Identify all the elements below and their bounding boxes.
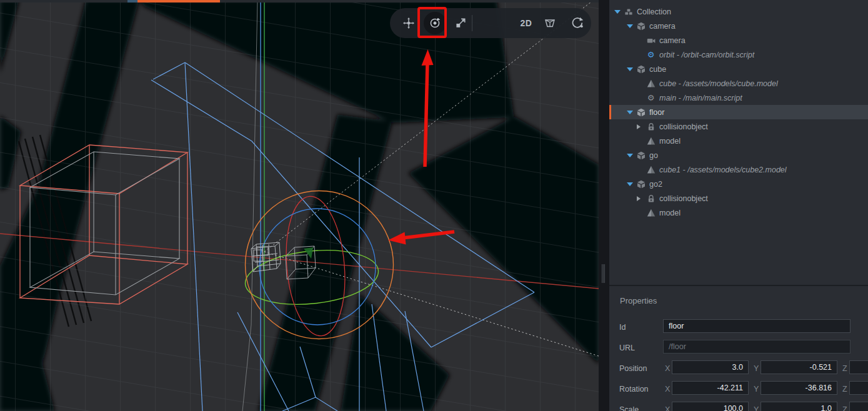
outline-row-camera-component[interactable]: camera bbox=[609, 33, 868, 47]
game-object-icon bbox=[636, 151, 646, 160]
outline-row-label: model bbox=[659, 137, 681, 146]
expander-down-icon[interactable] bbox=[627, 182, 636, 186]
rotation-label: Rotation bbox=[619, 385, 649, 394]
viewport-grid bbox=[0, 0, 599, 411]
viewport-tab-strip bbox=[0, 0, 599, 2]
outline-row-label: cube bbox=[649, 65, 666, 74]
url-input[interactable]: /floor bbox=[663, 340, 851, 354]
outline-row-model[interactable]: model bbox=[609, 134, 868, 148]
tab-indicator-orange bbox=[137, 0, 220, 2]
outline-panel: Collection camera camera ⚙ orbit - /or bbox=[609, 0, 868, 285]
expander-down-icon[interactable] bbox=[627, 111, 636, 114]
scale-icon bbox=[454, 16, 467, 30]
outline-row-label: Collection bbox=[637, 7, 671, 16]
url-label: URL bbox=[619, 344, 635, 352]
outline-row-label: go bbox=[649, 151, 658, 160]
outline-row-floor-selected[interactable]: floor bbox=[609, 105, 868, 119]
id-label: Id bbox=[619, 323, 626, 332]
position-label: Position bbox=[619, 364, 647, 373]
outline-row-label: cube1 - /assets/models/cube2.model bbox=[659, 166, 787, 174]
position-y-axis-label: Y bbox=[754, 364, 759, 373]
outline-row-label: model bbox=[659, 209, 681, 217]
outline-row-label: camera bbox=[659, 36, 686, 45]
scale-x-input[interactable]: 100.0 bbox=[672, 402, 749, 411]
scale-z-input[interactable] bbox=[849, 402, 868, 411]
toggle-2d-button[interactable]: 2D bbox=[517, 8, 536, 38]
rotate-tool-button[interactable] bbox=[424, 12, 446, 34]
frustum-culling-button[interactable] bbox=[539, 8, 561, 38]
frustum-icon bbox=[542, 16, 557, 31]
outline-row-label: camera bbox=[649, 22, 676, 31]
position-x-axis-label: X bbox=[665, 364, 670, 373]
rotation-z-input[interactable] bbox=[849, 381, 868, 395]
outline-row-label: floor bbox=[649, 108, 664, 117]
collision-object-icon bbox=[646, 194, 656, 203]
model-icon bbox=[646, 137, 656, 146]
scene-viewport[interactable]: 2D bbox=[0, 0, 599, 411]
panel-splitter[interactable] bbox=[599, 0, 609, 411]
outline-row-collisionobject2[interactable]: collisionobject bbox=[609, 191, 868, 206]
model-icon bbox=[646, 166, 656, 174]
rotation-y-input[interactable]: -36.816 bbox=[761, 381, 837, 395]
position-y-input[interactable]: -0.521 bbox=[761, 360, 837, 374]
outline-row-orbit-script[interactable]: ⚙ orbit - /orbit-cam/orbit.script bbox=[609, 47, 868, 62]
expander-down-icon[interactable] bbox=[627, 24, 636, 28]
properties-panel: Properties Id floor URL /floor Position … bbox=[609, 285, 868, 411]
outline-row-collisionobject[interactable]: collisionobject bbox=[609, 119, 868, 134]
id-input[interactable]: floor bbox=[663, 319, 851, 333]
game-object-icon bbox=[636, 108, 646, 117]
expander-down-icon[interactable] bbox=[614, 10, 624, 14]
outline-row-collection[interactable]: Collection bbox=[609, 4, 868, 19]
editor-window: 2D bbox=[0, 0, 868, 411]
collection-icon bbox=[624, 7, 633, 16]
outline-row-go2[interactable]: go2 bbox=[609, 177, 868, 191]
script-gear-icon: ⚙ bbox=[646, 94, 656, 102]
expander-down-icon[interactable] bbox=[627, 154, 636, 157]
rotation-z-axis-label: Z bbox=[842, 385, 847, 394]
tab-indicator-blue bbox=[127, 0, 137, 2]
outline-row-label: orbit - /orbit-cam/orbit.script bbox=[659, 51, 754, 59]
scale-tool-button[interactable] bbox=[449, 12, 472, 34]
right-panel: Collection camera camera ⚙ orbit - /or bbox=[609, 0, 868, 411]
outline-row-cube-go[interactable]: cube bbox=[609, 62, 868, 76]
game-object-icon bbox=[636, 22, 646, 31]
scale-label: Scale bbox=[619, 405, 639, 411]
outline-row-label: collisionobject bbox=[659, 194, 708, 203]
scene-canvas bbox=[0, 0, 599, 411]
outline-row-cube1-model[interactable]: cube1 - /assets/models/cube2.model bbox=[609, 162, 868, 177]
expander-right-icon[interactable] bbox=[637, 124, 646, 129]
outline-row-label: go2 bbox=[649, 180, 662, 189]
expander-right-icon[interactable] bbox=[637, 196, 646, 201]
position-z-axis-label: Z bbox=[842, 364, 847, 373]
orbit-reset-button[interactable] bbox=[566, 8, 589, 38]
camera-icon bbox=[646, 36, 656, 45]
game-object-icon bbox=[636, 65, 646, 74]
position-x-input[interactable]: 3.0 bbox=[672, 360, 749, 374]
splitter-grip-icon bbox=[602, 264, 606, 283]
move-tool-button[interactable] bbox=[397, 12, 420, 34]
expander-down-icon[interactable] bbox=[627, 67, 636, 71]
position-z-input[interactable] bbox=[849, 360, 868, 374]
outline-row-model2[interactable]: model bbox=[609, 206, 868, 220]
rotation-x-axis-label: X bbox=[665, 385, 670, 394]
rotation-y-axis-label: Y bbox=[754, 385, 759, 394]
move-icon bbox=[402, 16, 416, 30]
orbit-refresh-icon bbox=[570, 16, 585, 31]
model-icon bbox=[646, 79, 656, 88]
scale-z-axis-label: Z bbox=[842, 405, 847, 411]
outline-row-camera-go[interactable]: camera bbox=[609, 19, 868, 33]
outline-row-main-script[interactable]: ⚙ main - /main/main.script bbox=[609, 91, 868, 105]
script-gear-icon: ⚙ bbox=[646, 51, 656, 59]
mode-2d-label: 2D bbox=[521, 18, 532, 28]
scale-y-axis-label: Y bbox=[754, 405, 759, 411]
outline-row-label: cube - /assets/models/cube.model bbox=[659, 79, 778, 88]
outline-row-label: main - /main/main.script bbox=[659, 94, 742, 102]
outline-row-label: collisionobject bbox=[659, 122, 708, 131]
outline-row-cube-model[interactable]: cube - /assets/models/cube.model bbox=[609, 76, 868, 91]
scale-x-axis-label: X bbox=[665, 405, 670, 411]
rotation-x-input[interactable]: -42.211 bbox=[672, 381, 749, 395]
outline-row-go[interactable]: go bbox=[609, 148, 868, 162]
scale-y-input[interactable]: 1.0 bbox=[761, 402, 837, 411]
model-icon bbox=[646, 209, 656, 217]
collision-object-icon bbox=[646, 122, 656, 131]
